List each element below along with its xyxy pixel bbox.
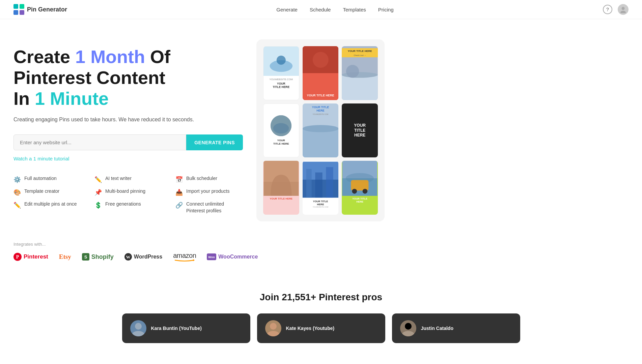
logo-etsy[interactable]: Etsy — [59, 253, 71, 261]
avatar-1 — [265, 320, 281, 336]
hero-input-row: GENERATE PINS — [13, 134, 243, 150]
pin-card-8: YOUR TITLEHERE — [342, 161, 378, 215]
feature-item-7: 💲 Free generations — [94, 201, 162, 214]
svg-point-46 — [270, 323, 277, 330]
feature-label-5: Import your products — [186, 188, 229, 195]
wordpress-icon: W — [124, 253, 132, 261]
feature-item-0: ⚙️ Full automation — [13, 175, 81, 183]
etsy-label: Etsy — [59, 253, 71, 261]
feature-label-7: Free generations — [105, 201, 141, 208]
nav-logo[interactable]: Pin Generator — [13, 4, 67, 15]
social-proof-title: Join 21,551+ Pinterest pros — [13, 292, 629, 303]
logo-icon — [13, 4, 24, 15]
feature-label-6: Edit multiple pins at once — [24, 201, 77, 208]
svg-point-11 — [313, 52, 329, 68]
svg-rect-1 — [20, 4, 24, 9]
nav-link-generate[interactable]: Generate — [276, 7, 298, 12]
pin-card-1: YOUR TITLE HERE — [303, 46, 339, 100]
svg-point-18 — [273, 123, 289, 134]
pin-gallery-card: YOUWEBSITE.COM YOURTITLE HERE YOUR TITLE… — [256, 39, 385, 221]
testimonial-name-2: Justin Cataldo — [421, 326, 453, 331]
pin-card-7-title: YOUR TITLEHERE — [305, 200, 337, 206]
pin-card-0-img — [263, 47, 299, 76]
pin-card-7-website: YOUWEBSITE.COM — [305, 206, 337, 208]
shopify-label: Shopify — [91, 253, 114, 261]
testimonial-card-1: Kate Kayes (Youtube) — [257, 313, 385, 343]
shopify-icon: S — [82, 253, 89, 261]
pin-card-7-img — [303, 161, 339, 199]
pin-card-1-title: YOUR TITLE HERE — [305, 94, 337, 97]
svg-point-48 — [405, 323, 412, 330]
avatar-2 — [400, 320, 416, 336]
feature-label-1: AI text writer — [105, 175, 132, 182]
social-proof-section: Join 21,551+ Pinterest pros Kara Buntin … — [0, 275, 642, 353]
feature-icon-7: 💲 — [94, 202, 102, 209]
pin-card-0-title: YOURTITLE HERE — [266, 82, 297, 89]
svg-point-34 — [363, 189, 368, 194]
woocommerce-icon: Woo — [207, 253, 216, 260]
pin-card-3-img — [271, 115, 291, 136]
url-input[interactable] — [13, 134, 186, 150]
nav-right: ? — [603, 4, 629, 15]
feature-item-1: ✏️ AI text writer — [94, 175, 162, 183]
feature-label-4: Multi-board pinning — [105, 188, 145, 195]
features-grid: ⚙️ Full automation ✏️ AI text writer 📅 B… — [13, 175, 243, 214]
integrations-section: Integrates with... P Pinterest Etsy S Sh… — [0, 235, 642, 275]
amazon-arrow — [174, 259, 195, 262]
nav-link-templates[interactable]: Templates — [343, 7, 366, 12]
logo-pinterest[interactable]: P Pinterest — [13, 253, 48, 261]
testimonial-name-0: Kara Buntin (YouTube) — [151, 326, 202, 331]
pin-card-2-title: YOUR TITLE HERE — [344, 48, 376, 54]
feature-item-2: 📅 Bulk scheduler — [175, 175, 243, 183]
pin-card-3-title: YOURTITLE HERE — [273, 139, 289, 145]
nav-link-schedule[interactable]: Schedule — [310, 7, 331, 12]
feature-item-4: 📌 Multi-board pinning — [94, 188, 162, 196]
hero-heading-accent1: 1 Month — [75, 47, 145, 67]
pin-card-4: YOUR TITLEHERE YOUWEBSITE.COM — [303, 103, 339, 157]
testimonial-card-2: Justin Cataldo — [392, 313, 520, 343]
logo-shopify[interactable]: S Shopify — [82, 253, 114, 261]
avatar-icon-2 — [400, 320, 416, 336]
svg-point-45 — [132, 331, 144, 336]
avatar-icon-0 — [130, 320, 146, 336]
feature-item-6: ✏️ Edit multiple pins at once — [13, 201, 81, 214]
feature-icon-6: ✏️ — [13, 202, 21, 209]
svg-rect-26 — [306, 169, 311, 198]
logo-woocommerce[interactable]: Woo WooCommerce — [207, 253, 258, 260]
generate-pins-button[interactable]: GENERATE PINS — [186, 134, 243, 150]
nav-help-icon[interactable]: ? — [603, 5, 612, 14]
svg-text:W: W — [126, 254, 130, 260]
navbar: Pin Generator Generate Schedule Template… — [0, 0, 642, 19]
integrations-label: Integrates with... — [13, 242, 629, 247]
testimonial-name-1: Kate Kayes (Youtube) — [286, 326, 335, 331]
hero-section: Create 1 Month OfPinterest ContentIn 1 M… — [0, 19, 642, 235]
nav-links: Generate Schedule Templates Pricing — [276, 7, 393, 12]
pin-card-4-title: YOUR TITLEHERE — [305, 105, 337, 112]
feature-icon-1: ✏️ — [94, 176, 102, 183]
nav-avatar[interactable] — [618, 4, 629, 15]
svg-marker-41 — [193, 259, 195, 261]
nav-link-pricing[interactable]: Pricing — [378, 7, 394, 12]
hero-subtext: Creating engaging Pins used to take hour… — [13, 116, 243, 124]
logo-wordpress[interactable]: W WordPress — [124, 253, 162, 261]
svg-point-49 — [402, 331, 414, 336]
svg-point-47 — [267, 331, 279, 336]
svg-point-16 — [346, 65, 359, 78]
nav-logo-text: Pin Generator — [27, 6, 67, 13]
tutorial-link[interactable]: Watch a 1 minute tutorial — [13, 156, 69, 161]
feature-item-5: 📥 Import your products — [175, 188, 243, 196]
svg-point-33 — [352, 189, 357, 194]
pin-card-6-title: YOUR TITLE HERE — [265, 197, 297, 200]
logo-amazon[interactable]: amazon — [173, 252, 196, 262]
pin-card-2: YOUR TITLE HERE Check it out → — [342, 46, 378, 100]
pin-card-7: YOUR TITLEHERE YOUWEBSITE.COM — [303, 161, 339, 215]
feature-icon-8: 🔗 — [175, 202, 183, 209]
feature-icon-5: 📥 — [175, 189, 183, 196]
feature-label-0: Full automation — [24, 175, 57, 182]
pin-card-0: YOUWEBSITE.COM YOURTITLE HERE — [263, 46, 299, 100]
svg-text:Woo: Woo — [208, 255, 215, 259]
svg-rect-27 — [315, 173, 322, 198]
svg-rect-20 — [303, 129, 339, 157]
svg-point-8 — [277, 56, 286, 65]
feature-icon-4: 📌 — [94, 189, 102, 196]
